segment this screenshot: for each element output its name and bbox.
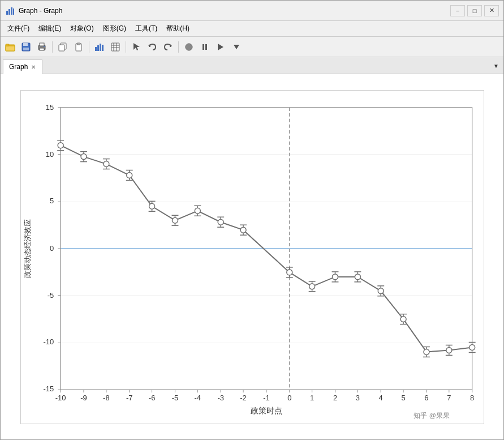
svg-rect-31	[203, 44, 204, 50]
svg-rect-20	[100, 44, 101, 51]
app-icon	[5, 6, 15, 16]
svg-rect-2	[11, 7, 12, 15]
pause-button[interactable]	[197, 40, 212, 54]
svg-text:-4: -4	[194, 394, 201, 402]
svg-point-30	[186, 44, 192, 50]
svg-point-167	[446, 347, 451, 353]
svg-point-13	[44, 46, 45, 47]
svg-text:-2: -2	[240, 394, 247, 402]
record-button[interactable]	[182, 40, 196, 54]
svg-text:5: 5	[401, 394, 405, 402]
svg-marker-27	[133, 43, 140, 50]
svg-rect-3	[13, 8, 14, 15]
svg-point-103	[58, 142, 63, 148]
svg-text:-3: -3	[217, 394, 224, 402]
svg-text:-10: -10	[55, 394, 66, 402]
graph-tab[interactable]: Graph ✕	[3, 59, 42, 74]
title-bar: Graph - Graph − □ ✕	[1, 1, 503, 21]
svg-point-131	[218, 219, 223, 225]
save-button[interactable]	[19, 40, 33, 54]
toolbar-separator-3	[126, 41, 126, 53]
svg-point-151	[355, 274, 360, 279]
redo-button[interactable]	[161, 40, 175, 54]
svg-text:15: 15	[45, 102, 53, 111]
main-window: Graph - Graph − □ ✕ 文件(F) 编辑(E) 对象(O) 图形…	[0, 0, 504, 440]
svg-point-155	[378, 288, 384, 293]
svg-text:政策动态经济效应: 政策动态经济效应	[23, 219, 32, 278]
toolbar-separator-4	[178, 41, 179, 53]
svg-rect-32	[205, 44, 207, 50]
svg-text:8: 8	[470, 394, 474, 402]
svg-text:10: 10	[45, 149, 53, 158]
svg-point-123	[172, 217, 178, 223]
svg-point-159	[400, 316, 406, 322]
svg-text:4: 4	[378, 394, 382, 402]
svg-text:0: 0	[49, 244, 53, 253]
tab-scroll-button[interactable]: ▼	[491, 59, 501, 72]
svg-rect-11	[40, 43, 44, 46]
svg-text:-9: -9	[80, 394, 87, 402]
svg-text:-10: -10	[43, 338, 54, 346]
svg-point-139	[286, 269, 292, 275]
copy-button[interactable]	[55, 40, 70, 54]
svg-text:-7: -7	[126, 394, 132, 402]
svg-text:-1: -1	[263, 394, 270, 402]
svg-text:2: 2	[333, 394, 337, 402]
maximize-button[interactable]: □	[467, 5, 482, 16]
svg-point-171	[469, 344, 475, 350]
menu-object[interactable]: 对象(O)	[66, 23, 98, 35]
svg-rect-21	[102, 45, 104, 51]
menu-file[interactable]: 文件(F)	[3, 23, 34, 35]
svg-rect-19	[97, 45, 99, 51]
svg-text:7: 7	[447, 394, 451, 402]
minimize-button[interactable]: −	[450, 5, 465, 16]
svg-point-111	[103, 161, 109, 166]
content-area: 15 10 5 0 -5 -10 -15 政策动态经济效应	[1, 74, 503, 439]
svg-text:知乎 @果果: 知乎 @果果	[413, 412, 449, 420]
svg-point-147	[332, 274, 338, 279]
svg-text:-8: -8	[103, 394, 110, 402]
svg-point-163	[423, 349, 429, 354]
svg-text:-5: -5	[171, 394, 178, 402]
tab-label: Graph	[9, 63, 28, 71]
menu-tools[interactable]: 工具(T)	[131, 23, 162, 35]
svg-text:6: 6	[424, 394, 428, 402]
menu-graph[interactable]: 图形(G)	[98, 23, 131, 35]
toolbar-separator-1	[52, 41, 53, 53]
svg-rect-6	[6, 44, 9, 46]
svg-text:政策时点: 政策时点	[250, 406, 282, 415]
menu-edit[interactable]: 编辑(E)	[34, 23, 66, 35]
menu-help[interactable]: 帮助(H)	[162, 23, 194, 35]
svg-point-107	[81, 153, 87, 159]
svg-point-143	[309, 283, 315, 289]
tab-bar: Graph ✕ ▼	[1, 57, 503, 74]
svg-rect-1	[8, 9, 10, 15]
menu-bar: 文件(F) 编辑(E) 对象(O) 图形(G) 工具(T) 帮助(H)	[1, 21, 503, 37]
table-button[interactable]	[108, 40, 123, 54]
svg-text:3: 3	[355, 394, 359, 402]
svg-point-115	[126, 172, 132, 178]
svg-text:-5: -5	[47, 291, 54, 299]
svg-text:5: 5	[49, 196, 53, 205]
svg-text:1: 1	[310, 394, 314, 402]
window-title: Graph - Graph	[19, 7, 450, 15]
dropdown-button[interactable]	[229, 40, 244, 54]
open-folder-button[interactable]	[3, 40, 18, 54]
bar-chart-button[interactable]	[92, 40, 107, 54]
svg-point-119	[149, 203, 154, 209]
select-button[interactable]	[129, 40, 144, 54]
svg-marker-34	[234, 45, 239, 49]
print-button[interactable]	[35, 40, 49, 54]
svg-rect-12	[40, 48, 44, 50]
toolbar	[1, 37, 503, 57]
svg-rect-18	[95, 47, 97, 51]
paste-button[interactable]	[71, 40, 86, 54]
svg-rect-22	[111, 43, 119, 51]
chart-svg: 15 10 5 0 -5 -10 -15 政策动态经济效应	[21, 91, 484, 424]
undo-button[interactable]	[145, 40, 160, 54]
svg-rect-8	[23, 43, 28, 46]
play-button[interactable]	[213, 40, 228, 54]
close-button[interactable]: ✕	[484, 5, 499, 16]
tab-close-button[interactable]: ✕	[31, 64, 36, 70]
svg-point-135	[240, 227, 246, 233]
